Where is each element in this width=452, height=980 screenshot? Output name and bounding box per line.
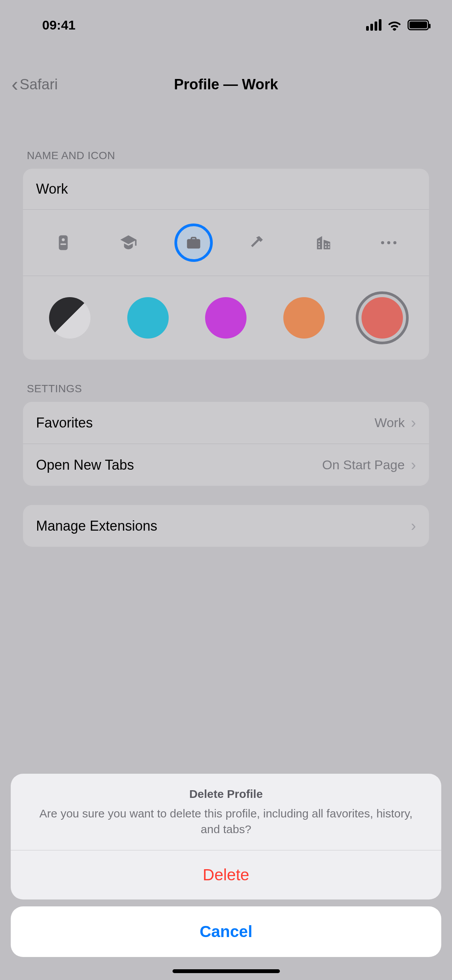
name-and-icon-header: NAME AND ICON	[27, 150, 429, 162]
delete-profile-sheet: Delete Profile Are you sure you want to …	[11, 774, 441, 899]
open-new-tabs-label: Open New Tabs	[36, 457, 134, 473]
svg-rect-2	[60, 243, 66, 245]
color-orange[interactable]	[278, 291, 330, 344]
action-sheet: Delete Profile Are you sure you want to …	[0, 774, 452, 980]
manage-extensions-row[interactable]: Manage Extensions ›	[23, 505, 429, 547]
sheet-title: Delete Profile	[30, 788, 422, 801]
back-label: Safari	[20, 76, 58, 93]
graduation-cap-icon[interactable]	[109, 224, 148, 262]
status-time: 09:41	[42, 18, 76, 33]
name-and-icon-card: Work	[23, 169, 429, 360]
svg-rect-0	[59, 235, 67, 250]
navigation-bar: ‹ Safari Profile — Work	[0, 65, 452, 104]
settings-header: SETTINGS	[27, 383, 429, 395]
svg-point-1	[62, 238, 65, 242]
badge-icon[interactable]	[44, 224, 82, 262]
color-cyan[interactable]	[122, 291, 174, 344]
favorites-value: Work	[375, 415, 405, 430]
page-title: Profile — Work	[0, 76, 452, 93]
ellipsis-icon	[381, 241, 396, 244]
hammer-icon[interactable]	[239, 224, 278, 262]
manage-extensions-label: Manage Extensions	[36, 518, 157, 534]
extensions-card: Manage Extensions ›	[23, 505, 429, 547]
more-icons-button[interactable]	[370, 224, 408, 262]
color-picker-row	[23, 276, 429, 360]
profile-name-value: Work	[36, 181, 68, 197]
color-red[interactable]	[356, 291, 409, 344]
back-button[interactable]: ‹ Safari	[0, 74, 58, 94]
favorites-label: Favorites	[36, 415, 93, 431]
status-indicators	[366, 19, 429, 31]
favorites-row[interactable]: Favorites Work ›	[23, 402, 429, 444]
profile-name-field[interactable]: Work	[23, 169, 429, 209]
icon-picker-row	[23, 209, 429, 276]
settings-card: Favorites Work › Open New Tabs On Start …	[23, 402, 429, 486]
chevron-left-icon: ‹	[12, 74, 18, 94]
color-black-white[interactable]	[43, 291, 96, 344]
chevron-right-icon: ›	[411, 456, 416, 474]
delete-button[interactable]: Delete	[11, 850, 441, 899]
cancel-button[interactable]: Cancel	[11, 906, 441, 957]
cellular-signal-icon	[366, 19, 381, 31]
home-indicator[interactable]	[173, 969, 280, 973]
open-new-tabs-row[interactable]: Open New Tabs On Start Page ›	[23, 444, 429, 486]
status-bar: 09:41	[0, 0, 452, 50]
open-new-tabs-value: On Start Page	[322, 457, 404, 472]
wifi-icon	[387, 19, 402, 31]
chevron-right-icon: ›	[411, 414, 416, 431]
building-icon[interactable]	[304, 224, 343, 262]
sheet-message: Are you sure you want to delete this pro…	[30, 806, 422, 837]
sheet-header: Delete Profile Are you sure you want to …	[11, 774, 441, 850]
color-purple[interactable]	[199, 291, 252, 344]
briefcase-icon[interactable]	[174, 224, 213, 262]
chevron-right-icon: ›	[411, 517, 416, 534]
battery-icon	[408, 20, 429, 30]
